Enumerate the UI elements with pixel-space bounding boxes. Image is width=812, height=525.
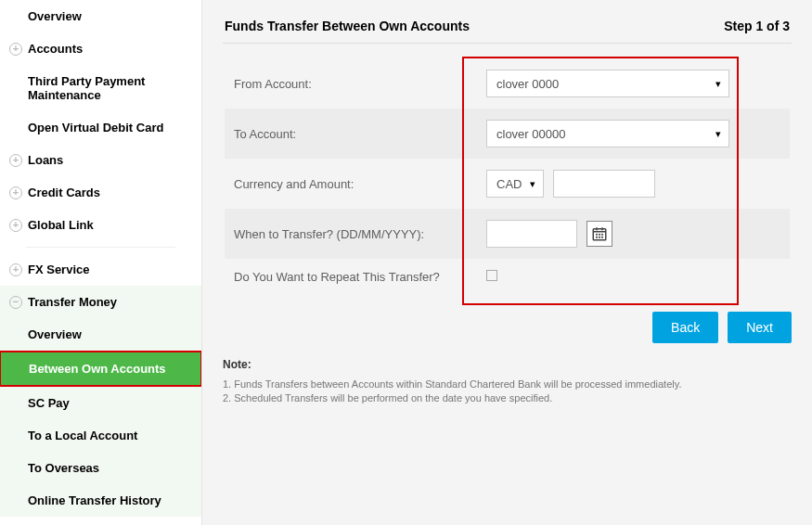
nav-label: Online Transfer History bbox=[28, 493, 161, 507]
nav-label: Accounts bbox=[28, 42, 83, 56]
transfer-money-section: Transfer Money Overview Between Own Acco… bbox=[0, 286, 201, 517]
nav-sc-pay[interactable]: SC Pay bbox=[0, 387, 201, 419]
svg-point-5 bbox=[599, 234, 599, 235]
page-title: Funds Transfer Between Own Accounts bbox=[225, 19, 470, 33]
nav-label: SC Pay bbox=[28, 396, 70, 410]
nav-label: FX Service bbox=[28, 262, 90, 276]
to-account-value: clover 00000 bbox=[496, 127, 565, 141]
repeat-transfer-label: Do You Want to Repeat This Transfer? bbox=[234, 270, 466, 284]
nav-transfer-money[interactable]: Transfer Money bbox=[0, 286, 201, 318]
nav-between-own-accounts[interactable]: Between Own Accounts bbox=[0, 351, 202, 387]
from-account-value: clover 0000 bbox=[496, 77, 559, 91]
svg-point-9 bbox=[601, 237, 602, 237]
plus-icon bbox=[9, 219, 22, 232]
repeat-checkbox[interactable] bbox=[486, 270, 497, 281]
note-item: 2. Scheduled Transfers will be performed… bbox=[223, 392, 792, 403]
plus-icon bbox=[9, 263, 22, 276]
page-header: Funds Transfer Between Own Accounts Step… bbox=[223, 13, 792, 44]
date-input[interactable] bbox=[486, 220, 577, 248]
nav-transfer-overview[interactable]: Overview bbox=[0, 318, 201, 351]
row-when-transfer: When to Transfer? (DD/MM/YYYY): bbox=[225, 209, 790, 259]
button-row: Back Next bbox=[223, 312, 792, 343]
nav-label: Open Virtual Debit Card bbox=[28, 121, 163, 134]
nav-label: Loans bbox=[28, 153, 63, 167]
nav-credit-cards[interactable]: Credit Cards bbox=[0, 176, 201, 209]
main-content: Funds Transfer Between Own Accounts Step… bbox=[202, 0, 812, 525]
nav-fx-service[interactable]: FX Service bbox=[0, 253, 201, 286]
when-transfer-label: When to Transfer? (DD/MM/YYYY): bbox=[234, 227, 466, 241]
nav-label: Global Link bbox=[28, 218, 94, 232]
svg-point-4 bbox=[596, 234, 597, 235]
nav-label: Overview bbox=[28, 327, 82, 341]
plus-icon bbox=[9, 43, 22, 56]
row-from-account: From Account: clover 0000 bbox=[225, 58, 790, 109]
nav-label: To a Local Account bbox=[28, 429, 137, 442]
nav-online-transfer-history[interactable]: Online Transfer History bbox=[0, 484, 201, 517]
to-account-select[interactable]: clover 00000 bbox=[486, 120, 729, 147]
plus-icon bbox=[9, 154, 22, 167]
nav-to-overseas[interactable]: To Overseas bbox=[0, 452, 201, 484]
amount-input[interactable] bbox=[553, 170, 655, 198]
from-account-select[interactable]: clover 0000 bbox=[486, 70, 729, 97]
row-to-account: To Account: clover 00000 bbox=[225, 109, 790, 159]
step-indicator: Step 1 of 3 bbox=[724, 19, 790, 33]
svg-point-6 bbox=[601, 234, 602, 235]
row-currency-amount: Currency and Amount: CAD bbox=[225, 159, 790, 209]
nav-label: To Overseas bbox=[28, 461, 99, 475]
nav-open-virtual-debit[interactable]: Open Virtual Debit Card bbox=[0, 111, 201, 144]
nav-overview[interactable]: Overview bbox=[0, 0, 201, 32]
currency-select[interactable]: CAD bbox=[486, 170, 544, 198]
row-repeat-transfer: Do You Want to Repeat This Transfer? bbox=[225, 259, 790, 295]
note-item: 1. Funds Transfers between Accounts with… bbox=[223, 378, 792, 390]
nav-to-local-account[interactable]: To a Local Account bbox=[0, 419, 201, 452]
plus-icon bbox=[9, 186, 22, 199]
svg-point-7 bbox=[596, 237, 597, 237]
sidebar: Overview Accounts Third Party Payment Ma… bbox=[0, 0, 202, 525]
back-button[interactable]: Back bbox=[652, 312, 718, 343]
nav-accounts[interactable]: Accounts bbox=[0, 32, 201, 65]
nav-label: Third Party Payment Maintenance bbox=[28, 74, 188, 102]
currency-amount-label: Currency and Amount: bbox=[234, 177, 466, 191]
nav-label: Transfer Money bbox=[28, 295, 117, 309]
nav-global-link[interactable]: Global Link bbox=[0, 209, 201, 241]
calendar-icon[interactable] bbox=[586, 221, 612, 247]
nav-label: Between Own Accounts bbox=[29, 362, 166, 376]
minus-icon bbox=[9, 296, 22, 309]
nav-label: Credit Cards bbox=[28, 186, 100, 199]
note-title: Note: bbox=[223, 358, 792, 371]
from-account-label: From Account: bbox=[234, 77, 466, 91]
nav-third-party[interactable]: Third Party Payment Maintenance bbox=[0, 65, 201, 111]
nav-loans[interactable]: Loans bbox=[0, 144, 201, 176]
svg-point-8 bbox=[599, 237, 599, 237]
nav-label: Overview bbox=[28, 9, 82, 23]
to-account-label: To Account: bbox=[234, 127, 466, 141]
currency-value: CAD bbox=[496, 177, 522, 191]
divider bbox=[26, 247, 175, 248]
transfer-form: From Account: clover 0000 To Account: cl… bbox=[223, 57, 792, 297]
next-button[interactable]: Next bbox=[728, 312, 792, 343]
note-block: Note: 1. Funds Transfers between Account… bbox=[223, 358, 792, 403]
